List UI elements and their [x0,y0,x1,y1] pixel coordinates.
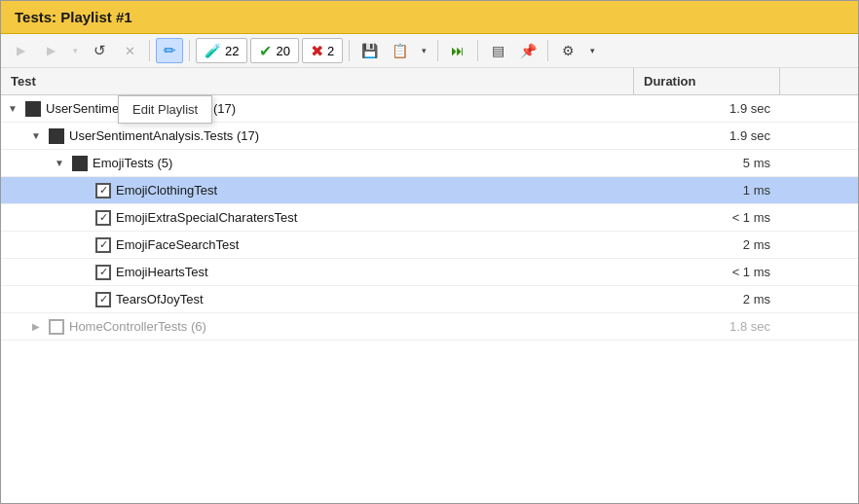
col-test-header: Test [1,68,634,94]
fail-badge-button[interactable]: ✖ 2 [302,38,343,63]
row-duration: < 1 ms [634,262,780,282]
edit-playlist-button[interactable]: ✏ [156,38,183,63]
toolbar: ▶ ▶ ▾ ↺ ✕ ✏ 🧪 22 ✔ 20 [1,34,858,68]
fail-count: 2 [327,44,334,58]
row-duration: 1.9 sec [634,98,780,119]
separator-2 [189,40,190,61]
pin-button[interactable]: 📌 [514,38,542,63]
gear-icon: ⚙ [562,43,575,58]
table-row[interactable]: EmojiFaceSearchTest 2 ms [1,232,858,259]
copy-icon: 📋 [392,43,408,58]
group-icon: ▤ [492,43,504,58]
col-extra-header [780,68,858,94]
row-label: EmojiExtraSpecialCharatersTest [116,210,297,225]
row-duration: 2 ms [634,289,780,309]
pass-badge-button[interactable]: ✔ 20 [250,38,298,63]
checkbox-icon[interactable] [49,128,64,144]
row-label: HomeControllerTests (6) [69,319,206,334]
row-label: UserSentimentAnalysis.Tests (17) [46,101,236,116]
checkbox-checked-icon[interactable] [95,292,111,307]
row-label: TearsOfJoyTest [116,292,204,306]
table-row[interactable]: EmojiExtraSpecialCharatersTest < 1 ms [1,204,858,232]
row-duration: 5 ms [634,153,780,173]
save-button[interactable]: 💾 [355,38,383,63]
run-dropdown-icon: ▾ [73,46,78,55]
checkbox-checked-icon[interactable] [95,183,111,198]
content-area: Edit Playlist Test Duration ▼ UserSentim… [1,68,858,503]
refresh-icon: ↺ [93,42,106,59]
pin-icon: 📌 [520,43,537,58]
row-label: EmojiFaceSearchTest [116,237,239,252]
checkbox-icon[interactable] [72,156,88,171]
expand-icon[interactable]: ▼ [28,128,44,144]
flask-badge-button[interactable]: 🧪 22 [196,38,247,63]
expand-icon[interactable]: ▼ [5,101,20,117]
row-duration: 1 ms [634,180,780,200]
checkbox-checked-icon[interactable] [95,265,111,280]
table-header: Test Duration [1,68,858,95]
window-title: Tests: Playlist #1 [15,9,132,25]
run-dropdown-button[interactable]: ▾ [67,38,83,63]
fastforward-button[interactable]: ⏭ [444,38,471,63]
row-label: UserSentimentAnalysis.Tests (17) [69,128,259,143]
main-window: Tests: Playlist #1 ▶ ▶ ▾ ↺ ✕ ✏ 🧪 [0,0,859,504]
title-bar: Tests: Playlist #1 [1,1,858,34]
settings-dropdown-icon: ▾ [590,46,595,55]
refresh-button[interactable]: ↺ [86,38,113,63]
separator-6 [547,40,548,61]
checkbox-icon[interactable] [25,101,41,117]
cancel-icon: ✕ [125,44,135,58]
flask-count: 22 [225,44,239,58]
table-row[interactable]: EmojiHeartsTest < 1 ms [1,259,858,286]
separator-5 [477,40,478,61]
run-all-icon: ▶ [17,44,25,57]
cancel-button[interactable]: ✕ [116,38,143,63]
copy-button[interactable]: 📋 [386,38,413,63]
row-duration: 2 ms [634,234,780,255]
table-row[interactable]: ▶ HomeControllerTests (6) 1.8 sec [1,313,858,341]
row-duration: 1.9 sec [634,126,780,146]
run-all-button[interactable]: ▶ [7,38,34,63]
test-tree[interactable]: ▼ UserSentimentAnalysis.Tests (17) 1.9 s… [1,95,858,503]
run-icon: ▶ [47,44,56,57]
row-label: EmojiClothingTest [116,183,217,198]
run-button[interactable]: ▶ [37,38,64,63]
copy-dropdown-icon: ▾ [422,46,427,55]
expand-icon[interactable]: ▼ [52,156,67,171]
table-row[interactable]: TearsOfJoyTest 2 ms [1,286,858,313]
fail-icon: ✖ [311,42,323,60]
row-duration: 1.8 sec [634,316,780,337]
fastforward-icon: ⏭ [451,43,465,58]
checkmark-icon: ✔ [259,42,272,60]
expand-icon[interactable]: ▶ [28,319,44,335]
copy-dropdown-button[interactable]: ▾ [416,38,431,63]
table-row[interactable]: ▼ EmojiTests (5) 5 ms [1,150,858,177]
separator-4 [437,40,438,61]
table-row[interactable]: EmojiClothingTest 1 ms [1,177,858,204]
pass-count: 20 [276,44,289,58]
settings-dropdown-button[interactable]: ▾ [584,38,600,63]
group-button[interactable]: ▤ [484,38,511,63]
checkbox-checked-icon[interactable] [95,237,111,253]
row-label: EmojiTests (5) [93,156,172,170]
row-duration: < 1 ms [634,207,780,228]
pencil-icon: ✏ [164,42,176,59]
row-label: EmojiHeartsTest [116,265,208,279]
flask-icon: 🧪 [205,43,221,58]
separator-3 [349,40,350,61]
checkbox-empty-icon[interactable] [49,319,64,335]
separator-1 [149,40,150,61]
table-row[interactable]: ▼ UserSentimentAnalysis.Tests (17) 1.9 s… [1,95,858,123]
checkbox-checked-icon[interactable] [95,210,111,226]
save-icon: 💾 [361,43,378,58]
col-duration-header: Duration [634,68,780,94]
settings-button[interactable]: ⚙ [554,38,581,63]
table-row[interactable]: ▼ UserSentimentAnalysis.Tests (17) 1.9 s… [1,123,858,150]
